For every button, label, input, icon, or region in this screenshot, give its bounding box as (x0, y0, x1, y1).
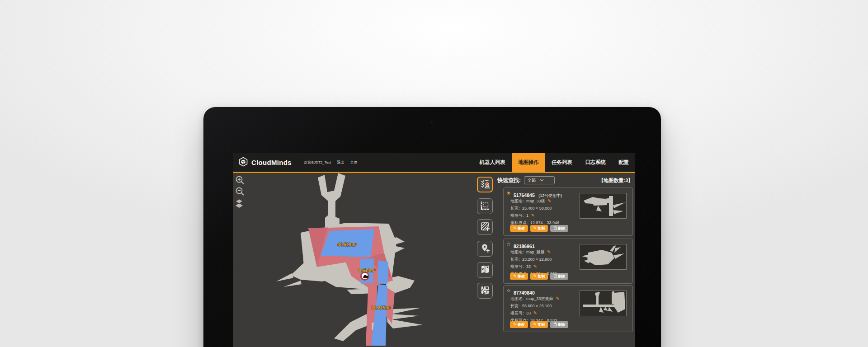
map-size-row: 长宽: 23.200 × 22.900 (510, 257, 552, 263)
map-id: 82186961 (514, 244, 535, 249)
copy-map-button[interactable]: ✎复制 (530, 321, 548, 328)
map-card[interactable]: 51764845 (12号使用中) 地图名: map_33楼 ✎ 长宽: 25.… (503, 188, 633, 236)
map-card[interactable]: 82186961 地图名: map_腿腿 ✎ 长宽: 23.200 × 22.9… (503, 239, 633, 284)
welcome-text: 欢迎BJDT2_Test (304, 160, 331, 165)
tool-map-delete-button[interactable] (477, 262, 493, 278)
edit-pencil-icon[interactable]: ✎ (547, 198, 551, 203)
map-thumbnail[interactable] (580, 244, 627, 270)
tool-virtual-wall-add-button[interactable] (477, 219, 493, 235)
map-size-row: 长宽: 56.600 × 25.100 (510, 303, 552, 309)
fullscreen-link[interactable]: 全屏 (350, 160, 357, 165)
copy-map-button[interactable]: ✎复制 (530, 273, 548, 280)
map-thumbnail[interactable] (580, 193, 627, 219)
map-origin-value: 12.874，33.946 (530, 220, 559, 225)
zoom-out-button[interactable] (235, 187, 245, 197)
map-spike (283, 281, 302, 287)
edit-map-button[interactable]: ✎修改 (510, 321, 528, 328)
tab-settings[interactable]: 配置 (612, 153, 635, 172)
delete-map-button[interactable]: 删除 (550, 225, 568, 232)
map-card[interactable]: 87749840 地图名: map_33层走廊 ✎ 长宽: 56.600 × 2… (503, 285, 633, 332)
map-blob-y (318, 173, 345, 227)
star-icon[interactable] (506, 190, 511, 196)
trash-icon (553, 322, 557, 327)
map-size-value: 23.200 × 22.900 (522, 257, 552, 262)
map-name-row: 地图名: map_33层走廊 ✎ (510, 296, 559, 302)
tab-task-list[interactable]: 任务列表 (545, 153, 579, 172)
star-icon[interactable] (506, 241, 511, 247)
trash-icon (553, 226, 557, 231)
app-screen: CloudMinds 欢迎BJDT2_Test 退出 全屏 机器人列表 地图操作… (233, 153, 635, 347)
brand-logo[interactable]: CloudMinds (238, 157, 292, 169)
page-background: CloudMinds 欢迎BJDT2_Test 退出 全屏 机器人列表 地图操作… (0, 0, 868, 347)
cloudminds-logo-icon (238, 157, 248, 169)
map-floor-row: 楼层号: 1 ✎ (510, 213, 535, 219)
map-fan-bottomleft (334, 314, 368, 341)
brand-name: CloudMinds (251, 159, 292, 166)
map-delete-icon (480, 264, 491, 277)
laptop-frame: CloudMinds 欢迎BJDT2_Test 退出 全屏 机器人列表 地图操作… (203, 107, 661, 347)
pencil-icon: ✎ (533, 323, 537, 327)
pencil-icon: ✎ (533, 274, 537, 278)
tab-map-operation[interactable]: 地图操作 (512, 153, 545, 172)
virtual-wall-add-icon (480, 221, 491, 234)
zoom-in-button[interactable] (235, 176, 245, 186)
edit-map-button[interactable]: ✎修改 (510, 225, 528, 232)
layers-icon (234, 198, 244, 210)
quick-find-bar: 快速查找: 全部 【地图数量:3】 (497, 176, 633, 185)
main-nav: 机器人列表 地图操作 任务列表 日志系统 配置 (473, 153, 636, 172)
map-name-label: 地图名: (510, 199, 524, 203)
map-origin-label: 坐标原点: (510, 220, 528, 225)
map-count-text: 【地图数量:3】 (599, 177, 633, 184)
map-name-value: map_33层走廊 (526, 296, 553, 301)
map-id: 51764845 (514, 192, 535, 198)
edit-pencil-icon[interactable]: ✎ (533, 310, 537, 315)
card-title: 87749840 (514, 288, 537, 296)
tool-map-select-button[interactable] (477, 177, 493, 192)
card-title: 51764845 (12号使用中) (514, 191, 562, 199)
map-size-label: 长宽: (510, 304, 520, 308)
area-label-large: 40.519m² (338, 242, 357, 247)
tab-log-system[interactable]: 日志系统 (579, 153, 612, 172)
tab-robot-list[interactable]: 机器人列表 (473, 153, 512, 172)
no-entry-sign-marker[interactable] (361, 272, 369, 280)
tool-map-measure-button[interactable] (477, 198, 493, 214)
map-floor-row: 楼层号: 33 ✎ (510, 264, 537, 270)
area-label-corridor: 80.215m² (372, 305, 391, 310)
quick-find-label: 快速查找: (497, 177, 521, 184)
edit-pencil-icon[interactable]: ✎ (547, 249, 551, 254)
tool-poi-add-button[interactable] (477, 241, 493, 257)
edit-pencil-icon[interactable]: ✎ (531, 213, 535, 218)
delete-map-button[interactable]: 删除 (550, 273, 568, 280)
map-filter-select[interactable]: 全部 (524, 176, 555, 184)
main-area: 40.519m² 8.614m² 80.215m² (233, 173, 635, 346)
area-blue-side (377, 260, 388, 284)
map-spike (276, 273, 293, 281)
layers-button[interactable] (234, 199, 244, 209)
zoom-in-icon (235, 175, 245, 187)
logout-link[interactable]: 退出 (337, 160, 344, 165)
area-label-small: 8.614m² (359, 268, 376, 273)
map-select-icon (480, 178, 491, 191)
pencil-icon: ✎ (533, 226, 537, 230)
delete-map-button[interactable]: 删除 (550, 321, 568, 328)
copy-map-button[interactable]: ✎复制 (530, 225, 548, 232)
map-upload-icon (480, 285, 491, 297)
map-filter-selected-value: 全部 (528, 178, 540, 183)
map-size-label: 长宽: (510, 206, 520, 211)
app-header: CloudMinds 欢迎BJDT2_Test 退出 全屏 机器人列表 地图操作… (233, 153, 635, 173)
star-icon[interactable] (506, 288, 511, 294)
map-usage-note: (12号使用中) (538, 193, 562, 198)
map-name-row: 地图名: map_腿腿 ✎ (510, 249, 551, 255)
edit-pencil-icon[interactable]: ✎ (533, 264, 537, 269)
map-thumbnail[interactable] (580, 291, 627, 316)
tool-map-upload-button[interactable] (477, 283, 493, 299)
pencil-icon: ✎ (513, 274, 517, 278)
webcam-dot (431, 122, 433, 123)
card-title: 82186961 (514, 242, 537, 250)
edit-map-button[interactable]: ✎修改 (510, 273, 528, 280)
card-actions: ✎修改 ✎复制 删除 (510, 225, 568, 232)
map-floor-value: 33 (526, 311, 531, 315)
edit-pencil-icon[interactable]: ✎ (556, 296, 559, 301)
card-actions: ✎修改 ✎复制 删除 (510, 321, 568, 328)
card-actions: ✎修改 ✎复制 删除 (510, 273, 568, 280)
